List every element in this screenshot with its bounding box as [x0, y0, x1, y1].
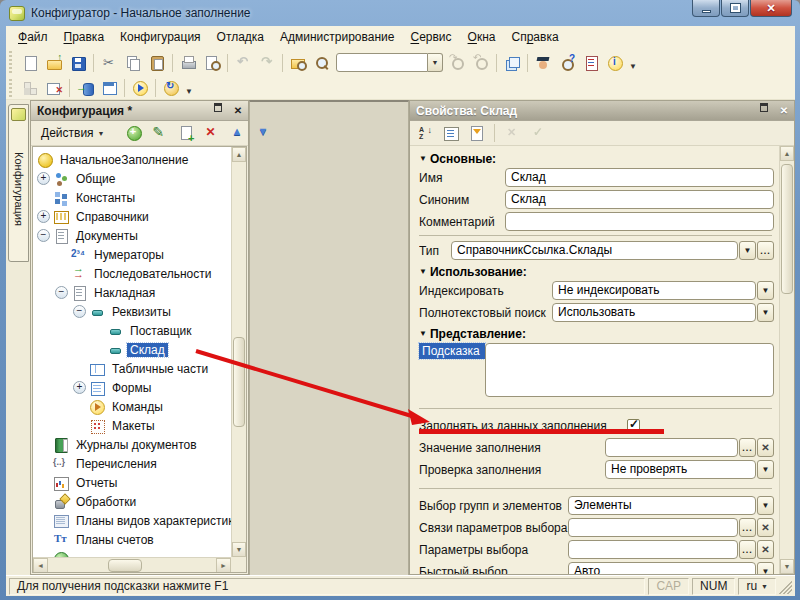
dropdown-button[interactable]: ▼ [757, 562, 774, 574]
tree-item[interactable] [33, 549, 231, 557]
open-folder-button[interactable] [42, 52, 66, 74]
multiline-text-input[interactable] [485, 343, 774, 397]
scrollbar-thumb[interactable] [108, 559, 142, 572]
property-value-input[interactable]: Склад [505, 190, 774, 209]
save-button[interactable] [66, 52, 90, 74]
tree-item-Планы видов характеристик[interactable]: Планы видов характеристик [33, 511, 231, 530]
tree-item-Табличные части[interactable]: Табличные части [33, 359, 231, 378]
clear-button[interactable]: ✕ [757, 540, 774, 559]
tree-item-Формы[interactable]: +Формы [33, 378, 231, 397]
configuration-dock-tab[interactable]: Конфигурация [8, 104, 29, 262]
tree-item-Журналы документов[interactable]: Журналы документов [33, 435, 231, 454]
clear-button[interactable]: ✕ [757, 438, 774, 457]
property-value-input[interactable] [505, 212, 774, 231]
expand-icon[interactable]: + [37, 172, 50, 185]
tree-horizontal-scrollbar[interactable]: ◄ ► [33, 557, 231, 572]
categories-button[interactable] [439, 122, 463, 144]
debug-start-button[interactable] [128, 77, 152, 99]
section-collapse-icon[interactable]: ▼ [419, 267, 427, 276]
scroll-right-icon[interactable]: ► [216, 558, 231, 573]
property-value-input[interactable]: Не индексировать [552, 281, 756, 300]
session-button[interactable] [97, 77, 121, 99]
pin-button[interactable] [215, 104, 229, 118]
property-value-input[interactable]: Элементы [568, 496, 756, 515]
sort-az-button[interactable] [413, 122, 437, 144]
print-button[interactable] [176, 52, 200, 74]
property-value-input[interactable]: Не проверять [605, 460, 756, 479]
client-start-button[interactable] [159, 77, 183, 99]
filter-button[interactable] [465, 122, 489, 144]
menu-item-Файл[interactable]: Файл [10, 27, 56, 47]
panel-close-button[interactable]: ✕ [777, 104, 791, 118]
update-db-button[interactable] [73, 77, 97, 99]
methods-button[interactable] [579, 52, 603, 74]
copy-add-button[interactable] [174, 122, 198, 144]
tree-item-Отчеты[interactable]: Отчеты [33, 473, 231, 492]
edit-button[interactable] [148, 122, 172, 144]
section-collapse-icon[interactable]: ▼ [419, 329, 427, 338]
tree-item-Склад[interactable]: Склад [33, 340, 231, 359]
scroll-left-icon[interactable]: ◄ [33, 558, 48, 573]
dropdown-button[interactable]: ▼ [757, 460, 774, 479]
menu-item-Правка[interactable]: Правка [56, 27, 113, 47]
collapse-icon[interactable]: − [73, 305, 86, 318]
info-button[interactable] [603, 52, 627, 74]
search-dropdown-button[interactable]: ▼ [428, 53, 443, 72]
menu-item-Окна[interactable]: Окна [460, 27, 504, 47]
tree-item-Нумераторы[interactable]: Нумераторы [33, 245, 231, 264]
tree-item-Команды[interactable]: Команды [33, 397, 231, 416]
panel-close-button[interactable]: ✕ [231, 104, 245, 118]
toolbar-overflow-button[interactable]: ▼ [627, 53, 639, 73]
scroll-up-icon[interactable]: ▲ [232, 147, 246, 162]
checkbox[interactable] [627, 419, 640, 432]
property-value-input[interactable]: Склад [505, 168, 774, 187]
tree-item-Поставщик[interactable]: Поставщик [33, 321, 231, 340]
tree-item-Последовательности[interactable]: Последовательности [33, 264, 231, 283]
paste-button[interactable] [145, 52, 169, 74]
move-up-button[interactable] [226, 122, 250, 144]
ellipsis-button[interactable]: ... [757, 241, 774, 260]
property-value-input[interactable] [568, 518, 738, 537]
expand-icon[interactable]: + [73, 381, 86, 394]
tree-vertical-scrollbar[interactable]: ▲ ▼ [231, 147, 246, 557]
close-window-button[interactable] [42, 77, 66, 99]
tree-item-Общие[interactable]: +Общие [33, 169, 231, 188]
dropdown-button[interactable]: ▼ [757, 303, 774, 322]
menu-item-Отладка[interactable]: Отладка [209, 27, 272, 47]
menu-item-Конфигурация[interactable]: Конфигурация [112, 27, 209, 47]
new-file-button[interactable] [18, 52, 42, 74]
dropdown-button[interactable]: ▼ [757, 281, 774, 300]
add-button[interactable] [122, 122, 146, 144]
tree-item-Макеты[interactable]: Макеты [33, 416, 231, 435]
scroll-up-icon[interactable]: ▲ [780, 146, 794, 161]
windows-button[interactable] [500, 52, 524, 74]
property-value-input[interactable]: Использовать [552, 303, 756, 322]
tree-item-Планы счетов[interactable]: Планы счетов [33, 530, 231, 549]
scroll-down-icon[interactable]: ▼ [232, 542, 246, 557]
ellipsis-button[interactable]: ... [739, 540, 756, 559]
tree-item-НачальноеЗаполнение[interactable]: НачальноеЗаполнение [33, 150, 231, 169]
dropdown-button[interactable]: ▼ [757, 496, 774, 515]
tree-item-Обработки[interactable]: Обработки [33, 492, 231, 511]
collapse-icon[interactable]: − [37, 229, 50, 242]
scrollbar-thumb[interactable] [233, 337, 245, 427]
scroll-down-icon[interactable]: ▼ [780, 559, 794, 574]
menu-item-Справка[interactable]: Справка [503, 27, 566, 47]
search-input[interactable] [336, 53, 428, 72]
dropdown-button[interactable]: ▼ [739, 241, 756, 260]
property-value-input[interactable] [568, 540, 738, 559]
tree-item-Документы[interactable]: −Документы [33, 226, 231, 245]
tree-item-Константы[interactable]: Константы [33, 188, 231, 207]
tree-item-Справочники[interactable]: +Справочники [33, 207, 231, 226]
ellipsis-button[interactable]: ... [739, 438, 756, 457]
properties-vertical-scrollbar[interactable]: ▲ ▼ [779, 146, 794, 574]
actions-button[interactable]: Действия ▼ [34, 123, 112, 143]
close-button[interactable]: ✕ [750, 0, 792, 17]
expand-icon[interactable]: + [37, 210, 50, 223]
collapse-icon[interactable]: − [55, 286, 68, 299]
scrollbar-thumb[interactable] [781, 164, 793, 294]
indicator-ru[interactable]: ru▼ [738, 578, 776, 595]
pin-button[interactable] [761, 104, 775, 118]
ellipsis-button[interactable]: ... [739, 518, 756, 537]
clear-button[interactable]: ✕ [757, 518, 774, 537]
